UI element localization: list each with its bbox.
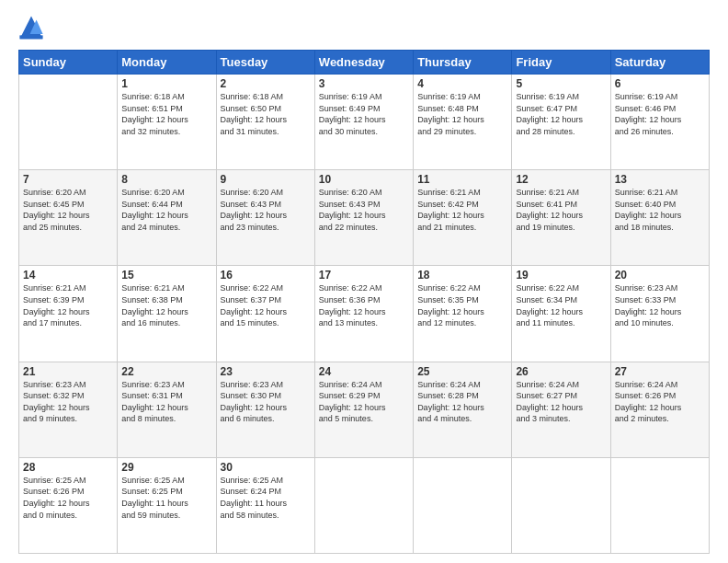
- day-number: 2: [221, 77, 311, 90]
- day-number: 14: [23, 269, 113, 282]
- weekday-header-sunday: Sunday: [19, 51, 118, 75]
- day-info: Sunrise: 6:20 AM Sunset: 6:44 PM Dayligh…: [121, 187, 211, 233]
- day-number: 16: [221, 269, 311, 282]
- logo: [18, 15, 48, 40]
- calendar-cell: 30Sunrise: 6:25 AM Sunset: 6:24 PM Dayli…: [216, 457, 314, 553]
- day-info: Sunrise: 6:22 AM Sunset: 6:34 PM Dayligh…: [516, 282, 606, 328]
- calendar-cell: 8Sunrise: 6:20 AM Sunset: 6:44 PM Daylig…: [118, 170, 216, 266]
- day-number: 25: [417, 365, 507, 378]
- calendar-week-3: 14Sunrise: 6:21 AM Sunset: 6:39 PM Dayli…: [19, 266, 710, 362]
- day-info: Sunrise: 6:19 AM Sunset: 6:48 PM Dayligh…: [417, 91, 507, 137]
- day-info: Sunrise: 6:19 AM Sunset: 6:49 PM Dayligh…: [319, 91, 409, 137]
- calendar-cell: 21Sunrise: 6:23 AM Sunset: 6:32 PM Dayli…: [19, 362, 118, 457]
- calendar-cell: 28Sunrise: 6:25 AM Sunset: 6:26 PM Dayli…: [19, 457, 118, 553]
- calendar-cell: 27Sunrise: 6:24 AM Sunset: 6:26 PM Dayli…: [610, 362, 709, 457]
- day-number: 28: [23, 461, 113, 474]
- calendar-cell: 10Sunrise: 6:20 AM Sunset: 6:43 PM Dayli…: [314, 170, 413, 266]
- svg-rect-2: [19, 35, 42, 39]
- calendar-week-5: 28Sunrise: 6:25 AM Sunset: 6:26 PM Dayli…: [19, 457, 710, 553]
- calendar-cell: 20Sunrise: 6:23 AM Sunset: 6:33 PM Dayli…: [610, 266, 709, 362]
- day-info: Sunrise: 6:24 AM Sunset: 6:29 PM Dayligh…: [319, 379, 409, 425]
- day-info: Sunrise: 6:21 AM Sunset: 6:39 PM Dayligh…: [23, 282, 113, 328]
- day-info: Sunrise: 6:20 AM Sunset: 6:43 PM Dayligh…: [319, 187, 409, 233]
- calendar-cell: 5Sunrise: 6:19 AM Sunset: 6:47 PM Daylig…: [512, 75, 610, 170]
- day-info: Sunrise: 6:22 AM Sunset: 6:35 PM Dayligh…: [417, 282, 507, 328]
- day-info: Sunrise: 6:23 AM Sunset: 6:32 PM Dayligh…: [23, 379, 113, 425]
- day-number: 17: [319, 269, 409, 282]
- day-number: 4: [417, 77, 507, 90]
- day-number: 21: [23, 365, 113, 378]
- day-number: 7: [23, 173, 113, 186]
- day-number: 26: [516, 365, 606, 378]
- calendar-cell: [414, 457, 512, 553]
- day-number: 20: [615, 269, 705, 282]
- calendar-cell: 19Sunrise: 6:22 AM Sunset: 6:34 PM Dayli…: [512, 266, 610, 362]
- day-number: 18: [417, 269, 507, 282]
- calendar-cell: 18Sunrise: 6:22 AM Sunset: 6:35 PM Dayli…: [414, 266, 512, 362]
- calendar-week-4: 21Sunrise: 6:23 AM Sunset: 6:32 PM Dayli…: [19, 362, 710, 457]
- day-number: 22: [121, 365, 211, 378]
- day-info: Sunrise: 6:25 AM Sunset: 6:25 PM Dayligh…: [121, 475, 211, 521]
- calendar-cell: 29Sunrise: 6:25 AM Sunset: 6:25 PM Dayli…: [118, 457, 216, 553]
- day-number: 30: [221, 461, 311, 474]
- day-number: 11: [417, 173, 507, 186]
- page: SundayMondayTuesdayWednesdayThursdayFrid…: [0, 0, 728, 563]
- weekday-header-saturday: Saturday: [610, 51, 709, 75]
- header: [18, 15, 710, 40]
- day-info: Sunrise: 6:23 AM Sunset: 6:30 PM Dayligh…: [221, 379, 311, 425]
- day-number: 15: [121, 269, 211, 282]
- calendar-cell: [512, 457, 610, 553]
- calendar-cell: 9Sunrise: 6:20 AM Sunset: 6:43 PM Daylig…: [216, 170, 314, 266]
- day-info: Sunrise: 6:18 AM Sunset: 6:50 PM Dayligh…: [221, 91, 311, 137]
- calendar-cell: 17Sunrise: 6:22 AM Sunset: 6:36 PM Dayli…: [314, 266, 413, 362]
- calendar-week-2: 7Sunrise: 6:20 AM Sunset: 6:45 PM Daylig…: [19, 170, 710, 266]
- day-info: Sunrise: 6:21 AM Sunset: 6:41 PM Dayligh…: [516, 187, 606, 233]
- day-number: 19: [516, 269, 606, 282]
- calendar-cell: 6Sunrise: 6:19 AM Sunset: 6:46 PM Daylig…: [610, 75, 709, 170]
- day-info: Sunrise: 6:20 AM Sunset: 6:45 PM Dayligh…: [23, 187, 113, 233]
- calendar-cell: [610, 457, 709, 553]
- day-info: Sunrise: 6:23 AM Sunset: 6:33 PM Dayligh…: [615, 282, 705, 328]
- day-number: 8: [121, 173, 211, 186]
- calendar-cell: 13Sunrise: 6:21 AM Sunset: 6:40 PM Dayli…: [610, 170, 709, 266]
- day-number: 10: [319, 173, 409, 186]
- weekday-header-monday: Monday: [118, 51, 216, 75]
- day-info: Sunrise: 6:21 AM Sunset: 6:38 PM Dayligh…: [121, 282, 211, 328]
- day-number: 13: [615, 173, 705, 186]
- calendar-cell: 23Sunrise: 6:23 AM Sunset: 6:30 PM Dayli…: [216, 362, 314, 457]
- calendar-cell: 22Sunrise: 6:23 AM Sunset: 6:31 PM Dayli…: [118, 362, 216, 457]
- calendar-cell: 2Sunrise: 6:18 AM Sunset: 6:50 PM Daylig…: [216, 75, 314, 170]
- logo-icon: [18, 15, 44, 40]
- calendar-cell: 26Sunrise: 6:24 AM Sunset: 6:27 PM Dayli…: [512, 362, 610, 457]
- day-info: Sunrise: 6:25 AM Sunset: 6:24 PM Dayligh…: [221, 475, 311, 521]
- calendar-cell: 16Sunrise: 6:22 AM Sunset: 6:37 PM Dayli…: [216, 266, 314, 362]
- day-number: 5: [516, 77, 606, 90]
- day-info: Sunrise: 6:21 AM Sunset: 6:42 PM Dayligh…: [417, 187, 507, 233]
- day-info: Sunrise: 6:23 AM Sunset: 6:31 PM Dayligh…: [121, 379, 211, 425]
- day-number: 3: [319, 77, 409, 90]
- calendar-table: SundayMondayTuesdayWednesdayThursdayFrid…: [18, 50, 710, 554]
- day-info: Sunrise: 6:24 AM Sunset: 6:26 PM Dayligh…: [615, 379, 705, 425]
- day-number: 6: [615, 77, 705, 90]
- day-info: Sunrise: 6:22 AM Sunset: 6:37 PM Dayligh…: [221, 282, 311, 328]
- weekday-header-friday: Friday: [512, 51, 610, 75]
- day-info: Sunrise: 6:24 AM Sunset: 6:28 PM Dayligh…: [417, 379, 507, 425]
- calendar-cell: 15Sunrise: 6:21 AM Sunset: 6:38 PM Dayli…: [118, 266, 216, 362]
- day-info: Sunrise: 6:20 AM Sunset: 6:43 PM Dayligh…: [221, 187, 311, 233]
- calendar-cell: 24Sunrise: 6:24 AM Sunset: 6:29 PM Dayli…: [314, 362, 413, 457]
- calendar-week-1: 1Sunrise: 6:18 AM Sunset: 6:51 PM Daylig…: [19, 75, 710, 170]
- calendar-cell: [314, 457, 413, 553]
- day-info: Sunrise: 6:25 AM Sunset: 6:26 PM Dayligh…: [23, 475, 113, 521]
- day-info: Sunrise: 6:19 AM Sunset: 6:47 PM Dayligh…: [516, 91, 606, 137]
- day-number: 27: [615, 365, 705, 378]
- weekday-header-wednesday: Wednesday: [314, 51, 413, 75]
- day-number: 24: [319, 365, 409, 378]
- weekday-header-thursday: Thursday: [414, 51, 512, 75]
- day-info: Sunrise: 6:18 AM Sunset: 6:51 PM Dayligh…: [121, 91, 211, 137]
- day-info: Sunrise: 6:22 AM Sunset: 6:36 PM Dayligh…: [319, 282, 409, 328]
- day-info: Sunrise: 6:19 AM Sunset: 6:46 PM Dayligh…: [615, 91, 705, 137]
- day-info: Sunrise: 6:21 AM Sunset: 6:40 PM Dayligh…: [615, 187, 705, 233]
- day-number: 1: [121, 77, 211, 90]
- calendar-cell: 1Sunrise: 6:18 AM Sunset: 6:51 PM Daylig…: [118, 75, 216, 170]
- calendar-cell: 14Sunrise: 6:21 AM Sunset: 6:39 PM Dayli…: [19, 266, 118, 362]
